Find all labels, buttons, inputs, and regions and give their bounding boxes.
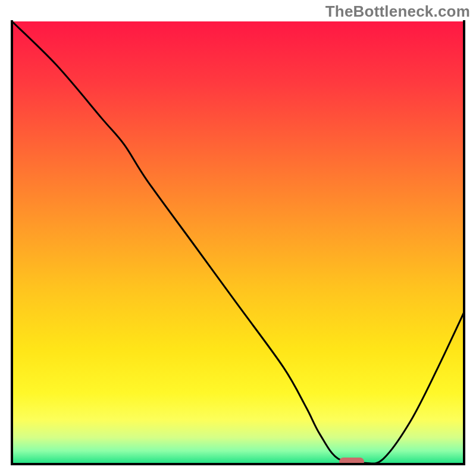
plot-frame [11, 20, 465, 465]
watermark-text: TheBottleneck.com [325, 2, 470, 21]
chart-svg [11, 20, 465, 465]
chart-container: TheBottleneck.com [0, 0, 476, 476]
gradient-background [12, 21, 464, 464]
